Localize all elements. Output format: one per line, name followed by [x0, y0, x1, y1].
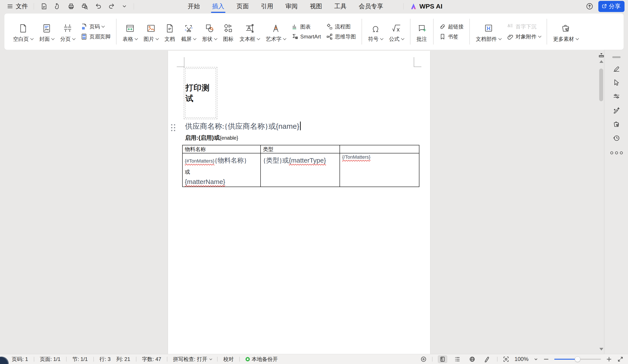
file-menu[interactable]: 文件 — [7, 2, 28, 10]
frame-title[interactable]: 打印测试 — [185, 82, 216, 104]
paragraph-enable[interactable]: 启用:{启用}或{enable} — [185, 134, 238, 142]
zoom-in-icon[interactable] — [606, 356, 612, 362]
formula-button[interactable]: 公式 — [386, 16, 407, 47]
web-view-button[interactable] — [468, 355, 477, 363]
document-button[interactable]: 文档 — [161, 16, 178, 47]
page-number-status[interactable]: 页码: 1 — [12, 356, 28, 363]
comment-button[interactable]: 批注 — [413, 16, 430, 47]
cell-type[interactable]: {类型}或{matterType} — [260, 153, 340, 187]
mindmap-button[interactable]: 思维导图 — [326, 33, 356, 40]
icons-button[interactable]: 图标 — [220, 16, 236, 47]
backup-status[interactable]: 本地备份开 — [245, 356, 278, 363]
paragraph-supplier[interactable]: 供应商名称:{供应商名称}或{name} — [185, 121, 301, 131]
tab-insert[interactable]: 插入 — [212, 2, 224, 10]
symbol-button[interactable]: 符号 — [365, 16, 386, 47]
section-status[interactable]: 节: 1/1 — [72, 356, 88, 363]
assets-button[interactable] — [613, 120, 620, 128]
divider — [34, 3, 34, 10]
smartart-button[interactable]: SmartArt — [292, 33, 321, 40]
fit-page-icon[interactable] — [503, 356, 509, 363]
textbox-button[interactable]: 文本框 — [236, 16, 263, 47]
quickbar-more-icon[interactable] — [122, 4, 127, 9]
picture-button[interactable]: 图片 — [141, 16, 161, 47]
edit-pen-button[interactable] — [613, 65, 620, 72]
page-view-button[interactable] — [438, 355, 447, 363]
proofread-button[interactable]: 校对 — [223, 356, 234, 363]
cell-end[interactable]: {/TonMatters} — [340, 153, 419, 187]
paragraph-drag-handle[interactable] — [171, 124, 175, 131]
tab-page[interactable]: 页面 — [236, 2, 249, 10]
eye-protect-icon[interactable] — [420, 356, 427, 363]
magic-wand-button[interactable] — [613, 106, 620, 114]
hyperlink-button[interactable]: 超链接 — [439, 23, 464, 30]
cover-button[interactable]: 封面 — [36, 16, 57, 47]
tab-member[interactable]: 会员专享 — [359, 2, 383, 10]
zoom-slider[interactable] — [554, 359, 601, 360]
cell-material[interactable]: {#TonMatters}{物料名称} 或 {matterName} — [182, 153, 260, 187]
doc-parts-button[interactable]: 文档部件 — [473, 16, 504, 47]
sidebar-more-button[interactable] — [610, 151, 623, 154]
redo-icon[interactable] — [108, 3, 115, 10]
bookmark-button[interactable]: 书签 — [439, 33, 464, 40]
table-button[interactable]: 表格 — [120, 16, 141, 47]
table-header-row[interactable]: 物料名称 类型 — [182, 145, 419, 153]
history-button[interactable] — [613, 135, 620, 142]
print-icon[interactable] — [68, 3, 75, 10]
page-number-button[interactable]: 页码 — [81, 23, 110, 30]
tab-home[interactable]: 开始 — [188, 2, 200, 10]
save-icon[interactable] — [41, 3, 48, 10]
zoom-percent[interactable]: 100% — [515, 356, 529, 362]
outline-view-button[interactable] — [453, 355, 462, 363]
document-canvas[interactable]: 打印测试 供应商名称:{供应商名称}或{name} 启用:{启用}或{enabl… — [0, 50, 604, 354]
ink-pen-button[interactable] — [482, 355, 492, 363]
page-break-button[interactable]: 分页 — [57, 16, 78, 47]
wordart-button[interactable]: 艺术字 — [263, 16, 289, 47]
more-assets-icon — [561, 23, 571, 33]
share-button[interactable]: 分享 — [598, 1, 625, 12]
export-icon[interactable] — [54, 3, 61, 10]
header-cell-empty[interactable] — [340, 145, 419, 153]
select-cursor-button[interactable] — [613, 78, 620, 86]
upload-cloud-icon[interactable] — [586, 2, 594, 10]
page-break-label: 分页 — [60, 36, 75, 43]
text-frame[interactable]: 打印测试 — [184, 67, 217, 119]
wps-ai-button[interactable]: WPS AI — [403, 0, 443, 13]
spellcheck-status[interactable]: 拼写检查: 打开 — [173, 356, 211, 363]
header-cell-material[interactable]: 物料名称 — [182, 145, 260, 153]
fullscreen-icon[interactable] — [617, 356, 624, 363]
tab-review[interactable]: 审阅 — [285, 2, 298, 10]
pages-status[interactable]: 页面: 1/1 — [40, 356, 61, 363]
shape-button[interactable]: 形状 — [199, 16, 220, 47]
material-line2: 或 — [185, 168, 260, 175]
attachment-button[interactable]: 对象附件 — [507, 33, 541, 40]
zoom-menu-chevron-icon[interactable] — [534, 357, 538, 361]
chart-button[interactable]: 图表 — [292, 23, 321, 30]
header-footer-button[interactable]: 页眉页脚 — [81, 33, 110, 40]
flowchart-button[interactable]: 流程图 — [326, 23, 356, 30]
screenshot-button[interactable]: 截屏 — [178, 16, 199, 47]
table-body-row[interactable]: {#TonMatters}{物料名称} 或 {matterName} {类型}或… — [182, 153, 419, 187]
settings-sliders-button[interactable] — [613, 92, 620, 100]
sidebar-collapse-handle[interactable] — [612, 56, 621, 58]
tab-view[interactable]: 视图 — [310, 2, 322, 10]
tab-tools[interactable]: 工具 — [334, 2, 346, 10]
ruler-toggle-icon[interactable] — [598, 52, 604, 58]
scroll-down-arrow[interactable] — [599, 348, 603, 351]
line-status[interactable]: 行: 3 — [99, 356, 111, 363]
document-table[interactable]: 物料名称 类型 {#TonMatters}{物料名称} 或 {matterNam… — [182, 145, 419, 187]
print-preview-icon[interactable] — [81, 3, 88, 10]
column-status[interactable]: 列: 21 — [116, 356, 130, 363]
document-page[interactable]: 打印测试 供应商名称:{供应商名称}或{name} 启用:{启用}或{enabl… — [168, 51, 430, 354]
document-icon — [165, 23, 175, 33]
zoom-slider-knob[interactable] — [575, 356, 580, 362]
scrollbar-thumb[interactable] — [599, 69, 603, 101]
enable-text: 启用:{启用}或 — [185, 135, 220, 141]
zoom-out-icon[interactable] — [543, 356, 549, 362]
word-count-status[interactable]: 字数: 47 — [142, 356, 161, 363]
more-assets-button[interactable]: 更多素材 — [550, 16, 581, 47]
header-cell-type[interactable]: 类型 — [260, 145, 340, 153]
undo-icon[interactable] — [95, 3, 102, 10]
tab-reference[interactable]: 引用 — [261, 2, 273, 10]
blank-page-button[interactable]: 空白页 — [10, 16, 36, 47]
scroll-up-arrow[interactable] — [599, 60, 603, 63]
